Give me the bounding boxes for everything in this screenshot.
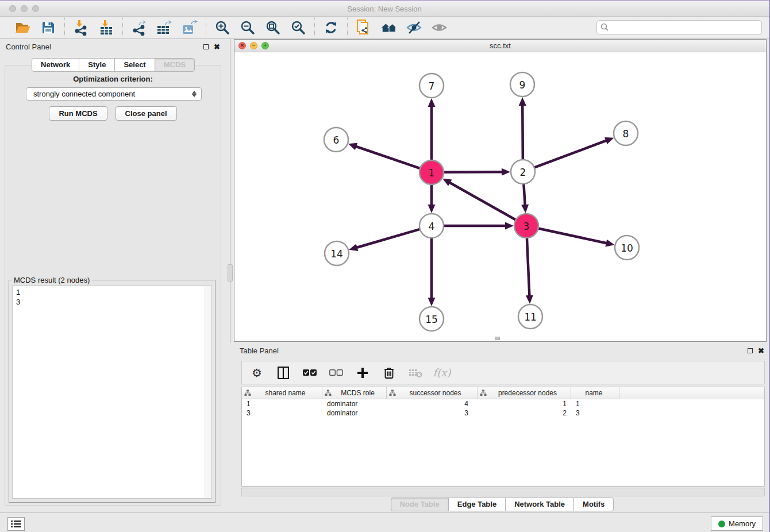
column-header-predecessor-nodes[interactable]: predecessor nodes [478, 387, 571, 399]
mcds-result-title: MCDS result (2 nodes) [11, 276, 92, 284]
splitter-handle[interactable] [228, 264, 233, 282]
optimization-criterion-label: Optimization criterion: [5, 75, 221, 83]
run-mcds-button[interactable]: Run MCDS [49, 106, 107, 121]
edge-3-10[interactable] [538, 228, 608, 243]
edge-2-3[interactable] [523, 184, 525, 206]
edge-3-1[interactable] [449, 182, 516, 220]
arrowhead-icon [349, 244, 358, 250]
column-header-successor-nodes[interactable]: successor nodes [387, 387, 478, 399]
node-label: 7 [429, 80, 435, 92]
criterion-select[interactable]: strongly connected component [26, 87, 202, 101]
refresh-icon[interactable] [322, 19, 340, 36]
result-item[interactable]: 3 [16, 297, 211, 307]
save-session-icon[interactable] [40, 19, 57, 36]
tab-edge-table[interactable]: Edge Table [448, 498, 506, 511]
network-view-window: ✕ − + scc.txt 1234678910111415 [234, 39, 767, 342]
mcds-result-list[interactable]: 1 3 [12, 286, 212, 499]
table-hscrollbar[interactable] [241, 488, 765, 496]
memory-button[interactable]: Memory [711, 516, 763, 531]
add-row-icon[interactable] [356, 366, 369, 380]
float-panel-icon[interactable] [203, 44, 209, 49]
result-item[interactable]: 1 [16, 287, 211, 297]
delete-table-icon [409, 366, 422, 380]
edge-4-14[interactable] [356, 229, 420, 248]
canvas-scroll-thumb[interactable] [495, 337, 500, 340]
network-graph[interactable]: 1234678910111415 [234, 52, 766, 341]
node-label: 4 [429, 221, 435, 232]
mcds-tab-content: Optimization criterion: strongly connect… [5, 65, 221, 506]
tab-node-table[interactable]: Node Table [391, 498, 449, 511]
show-all-icon[interactable] [431, 19, 448, 36]
network-canvas[interactable]: 1234678910111415 [234, 52, 766, 341]
node-label: 2 [520, 167, 526, 178]
column-type-icon [389, 390, 396, 396]
edge-1-6[interactable] [355, 146, 420, 168]
arrowhead-icon [605, 137, 614, 144]
arrowhead-icon [502, 168, 510, 176]
search-input[interactable] [596, 20, 762, 35]
tab-mcds[interactable]: MCDS [155, 58, 195, 72]
export-image-icon[interactable] [181, 19, 198, 36]
tab-select[interactable]: Select [114, 58, 155, 72]
column-type-icon [325, 390, 332, 396]
select-all-rows-icon[interactable] [303, 366, 317, 380]
close-table-panel-icon[interactable]: ✖ [758, 347, 764, 354]
open-session-icon[interactable] [14, 19, 32, 36]
export-table-icon[interactable] [156, 19, 173, 36]
column-header-name[interactable]: name [571, 387, 619, 399]
home-icon[interactable] [380, 19, 398, 36]
zoom-out-icon[interactable] [239, 19, 256, 36]
hide-selected-icon[interactable] [406, 19, 423, 36]
column-type-icon [480, 390, 487, 396]
column-header-shared-name[interactable]: shared name [242, 387, 322, 399]
arrowhead-icon [348, 143, 357, 150]
column-header-mcds-role[interactable]: MCDS role [322, 387, 387, 399]
float-table-panel-icon[interactable] [748, 348, 753, 353]
panel-splitter[interactable] [226, 39, 234, 512]
arrowhead-icon [605, 240, 614, 247]
arrowhead-icon [428, 298, 436, 306]
task-history-button[interactable] [7, 517, 25, 531]
control-panel-tabs: Network Style Select MCDS [0, 58, 226, 72]
import-network-icon[interactable] [72, 19, 90, 36]
search-icon [600, 23, 609, 32]
table-row[interactable]: 3 dominator 3 2 3 [242, 408, 764, 418]
mcds-result-box: MCDS result (2 nodes) 1 3 [9, 280, 215, 503]
delete-row-icon[interactable] [382, 366, 396, 380]
close-panel-icon[interactable]: ✖ [214, 43, 220, 51]
node-label: 6 [333, 134, 340, 146]
zoom-in-icon[interactable] [214, 19, 231, 36]
export-network-icon[interactable] [130, 19, 148, 36]
arrowhead-icon [526, 295, 533, 304]
tab-style[interactable]: Style [79, 58, 115, 72]
node-table[interactable]: shared name MCDS role successor nodes pr… [241, 387, 765, 487]
import-table-icon[interactable] [98, 19, 115, 36]
edge-2-8[interactable] [534, 140, 607, 168]
arrowhead-icon [519, 97, 526, 106]
control-panel: Control Panel ✖ Network Style Select MCD… [0, 39, 226, 512]
list-icon [11, 520, 21, 528]
network-window-titlebar[interactable]: ✕ − + scc.txt [234, 40, 766, 52]
duplicate-network-icon[interactable] [355, 19, 372, 36]
node-label: 9 [519, 79, 526, 91]
tab-motifs[interactable]: Motifs [573, 498, 614, 511]
main-toolbar [0, 17, 769, 39]
close-panel-button[interactable]: Close panel [116, 106, 177, 121]
result-scrollbar[interactable] [205, 286, 211, 498]
node-label: 15 [425, 314, 438, 325]
zoom-fit-icon[interactable] [264, 19, 282, 36]
columns-icon[interactable] [276, 366, 290, 380]
tab-network[interactable]: Network [32, 58, 79, 72]
edge-1-2[interactable] [444, 172, 503, 172]
node-label: 8 [623, 128, 629, 140]
edge-3-11[interactable] [527, 238, 530, 297]
arrowhead-icon [521, 205, 529, 213]
function-builder-icon: f(x) [435, 366, 449, 380]
deselect-all-rows-icon[interactable] [329, 366, 343, 380]
settings-icon[interactable]: ⚙ [250, 366, 264, 380]
zoom-selected-icon[interactable] [290, 19, 307, 36]
edge-2-9[interactable] [522, 104, 523, 160]
tab-network-table[interactable]: Network Table [505, 498, 574, 511]
table-row[interactable]: 1 dominator 4 1 1 [242, 399, 764, 408]
criterion-value: strongly connected component [33, 90, 135, 98]
